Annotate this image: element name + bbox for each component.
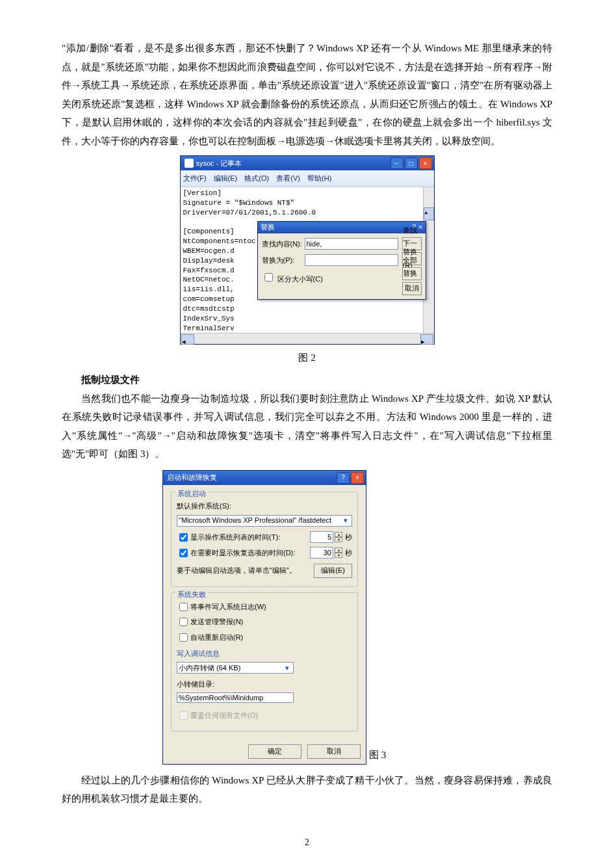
paragraph-3: 经过以上的几个步骤相信你的 Windows XP 已经从大胖子变成了精干小伙了。… [62,771,552,808]
system-failure-group: 系统失败 将事件写入系统日志(W) 发送管理警报(N) 自动重新启动(R) 写入… [171,592,358,731]
scroll-up-icon[interactable]: ▴ [424,207,434,220]
dump-dir-input[interactable] [177,692,294,703]
page-number: 2 [62,834,552,852]
show-os-list-label: 显示操作系统列表的时间(T): [190,531,310,544]
os-list-seconds-input[interactable] [310,531,333,543]
paragraph-2: 当然我们也不能一边瘦身一边制造垃圾，所以我们要时刻注意防止 Windows XP… [62,389,552,464]
dump-type-value: 小内存转储 (64 KB) [179,661,283,675]
seconds-unit: 秒 [345,546,352,560]
default-os-value: "Microsoft Windows XP Professional" /fas… [179,514,341,527]
menu-file[interactable]: 文件(F) [183,174,207,182]
seconds-unit: 秒 [345,531,352,544]
scroll-right-icon[interactable]: ▸ [420,334,433,345]
menu-format[interactable]: 格式(O) [244,174,269,182]
replace-cancel-button[interactable]: 取消 [402,282,422,295]
dump-dir-label: 小转储目录: [177,677,352,691]
scrollbar-horizontal[interactable]: ◂ ▸ [181,333,434,344]
find-input[interactable] [305,238,398,250]
default-os-dropdown[interactable]: "Microsoft Windows XP Professional" /fas… [177,515,352,527]
scroll-left-icon[interactable]: ◂ [181,334,194,345]
find-label: 查找内容(N): [262,237,305,251]
spinner-icon[interactable]: ▴▾ [335,532,342,542]
system-failure-label: 系统失败 [175,588,208,601]
overwrite-checkbox [179,711,188,720]
ok-button[interactable]: 确定 [248,744,301,759]
show-recovery-checkbox[interactable] [179,549,188,557]
menu-help[interactable]: 帮助(H) [307,174,331,182]
notepad-window: sysoc - 记事本 − □ × 文件(F) 编辑(E) 格式(O) 查看(V… [180,155,435,345]
minimize-icon[interactable]: − [390,157,403,169]
menu-view[interactable]: 查看(V) [276,174,300,182]
dump-type-dropdown[interactable]: 小内存转储 (64 KB) ▾ [177,662,294,674]
match-case-label: 区分大小写(C) [277,275,323,283]
send-alert-checkbox[interactable] [179,618,188,626]
cancel-button[interactable]: 取消 [307,744,361,759]
notepad-title-text: sysoc - 记事本 [196,157,390,170]
write-log-checkbox[interactable] [179,603,188,611]
overwrite-label: 覆盖任何现有文件(O) [190,709,258,722]
startup-recovery-dialog: 启动和故障恢复 ? × 系统启动 默认操作系统(S): "Microsoft W… [162,470,366,765]
system-startup-group: 系统启动 默认操作系统(S): "Microsoft Windows XP Pr… [171,492,358,587]
close-icon[interactable]: × [419,157,432,169]
menu-edit[interactable]: 编辑(E) [214,174,238,182]
replace-titlebar: 替换 ? × [258,222,426,233]
send-alert-label: 发送管理警报(N) [190,615,243,629]
replace-title-text: 替换 [261,220,412,234]
debug-info-label: 写入调试信息 [177,647,352,661]
edit-button[interactable]: 编辑(E) [314,564,352,578]
recovery-seconds-input[interactable] [310,547,333,559]
notepad-menubar[interactable]: 文件(F) 编辑(E) 格式(O) 查看(V) 帮助(H) [181,170,434,187]
heading-resist-junk: 抵制垃圾文件 [62,371,552,389]
notepad-titlebar: sysoc - 记事本 − □ × [181,156,434,170]
replace-all-button[interactable]: 全部替换(A) [402,267,422,280]
chevron-down-icon: ▾ [283,661,292,675]
auto-restart-label: 自动重新启动(R) [190,631,243,644]
prop-help-icon[interactable]: ? [337,472,350,484]
edit-boot-label: 要手动编辑启动选项，请单击"编辑"。 [177,564,314,577]
replace-input[interactable] [305,254,398,266]
show-recovery-label: 在需要时显示恢复选项的时间(D): [190,546,310,560]
replace-with-label: 替换为(P): [262,254,305,267]
prop-title-text: 启动和故障恢复 [167,471,337,484]
prop-titlebar: 启动和故障恢复 ? × [163,471,366,485]
system-startup-label: 系统启动 [175,487,208,501]
figure-3: 启动和故障恢复 ? × 系统启动 默认操作系统(S): "Microsoft W… [162,470,552,765]
default-os-label: 默认操作系统(S): [177,499,231,513]
maximize-icon[interactable]: □ [405,157,418,169]
notepad-icon [185,159,194,168]
auto-restart-checkbox[interactable] [179,633,188,642]
replace-dialog: 替换 ? × 查找内容(N): 替换为(P): [257,221,426,300]
figure-2: sysoc - 记事本 − □ × 文件(F) 编辑(E) 格式(O) 查看(V… [180,155,435,345]
show-os-list-checkbox[interactable] [179,533,188,542]
spinner-icon[interactable]: ▴▾ [335,547,342,558]
match-case-checkbox[interactable] [264,273,273,282]
write-log-label: 将事件写入系统日志(W) [190,600,266,614]
chevron-down-icon: ▾ [341,514,350,527]
figure-2-caption: 图 2 [62,349,552,367]
paragraph-1: "添加/删除"看看，是不是多出很多东西，那还不快删了？Windows XP 还有… [62,39,552,150]
figure-3-caption: 图 3 [369,746,386,765]
prop-close-icon[interactable]: × [351,472,364,484]
